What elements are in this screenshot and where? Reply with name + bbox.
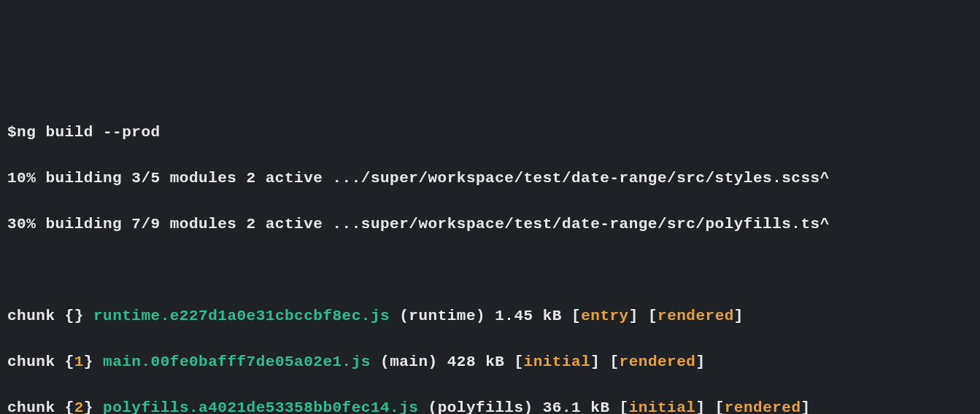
bracket-open: [ bbox=[514, 354, 523, 370]
chunk-file: runtime.e227d1a0e31cbccbf8ec.js bbox=[93, 308, 390, 324]
chunk-prefix: chunk bbox=[7, 354, 65, 370]
chunk-index: 1 bbox=[74, 354, 84, 370]
space bbox=[638, 308, 648, 324]
brace-open: { bbox=[65, 399, 74, 415]
space bbox=[600, 354, 609, 370]
chunk-line: chunk {1} main.00fe0bafff7de05a02e1.js (… bbox=[7, 351, 973, 374]
chunk-flag: rendered bbox=[657, 308, 734, 324]
blank-line bbox=[7, 259, 973, 282]
chunk-meta: (polyfills) 36.1 kB bbox=[418, 399, 619, 415]
bracket-open: [ bbox=[571, 308, 581, 324]
chunk-flag: entry bbox=[581, 308, 629, 324]
bracket-close: ] bbox=[695, 399, 705, 415]
brace-close: } bbox=[84, 399, 93, 415]
terminal-output: $ng build --prod 10% building 3/5 module… bbox=[7, 98, 973, 414]
space bbox=[84, 308, 93, 324]
bracket-close: ] bbox=[590, 354, 600, 370]
chunk-meta: (main) 428 kB bbox=[371, 354, 514, 370]
brace-open: { bbox=[65, 308, 74, 324]
progress-text: 30% building 7/9 modules 2 active ...sup… bbox=[7, 216, 830, 233]
progress-text: 10% building 3/5 modules 2 active .../su… bbox=[7, 170, 830, 187]
chunk-flag: rendered bbox=[620, 354, 696, 370]
progress-line: 10% building 3/5 modules 2 active .../su… bbox=[7, 167, 973, 190]
bracket-close: ] bbox=[629, 308, 638, 324]
chunk-meta: (runtime) 1.45 kB bbox=[390, 308, 571, 324]
space bbox=[93, 399, 103, 415]
command-line: $ng build --prod bbox=[7, 121, 973, 144]
bracket-open: [ bbox=[648, 308, 657, 324]
chunk-flag: initial bbox=[524, 354, 591, 370]
chunk-flag: initial bbox=[629, 399, 696, 415]
space bbox=[93, 354, 103, 370]
chunk-file: polyfills.a4021de53358bb0fec14.js bbox=[103, 399, 418, 415]
chunk-prefix: chunk bbox=[7, 399, 65, 415]
bracket-close: ] bbox=[801, 399, 811, 415]
command-text: $ng build --prod bbox=[7, 124, 161, 141]
bracket-close: ] bbox=[695, 354, 705, 370]
bracket-open: [ bbox=[715, 399, 725, 415]
chunk-line: chunk {} runtime.e227d1a0e31cbccbf8ec.js… bbox=[7, 305, 973, 328]
space bbox=[706, 399, 715, 415]
chunk-file: main.00fe0bafff7de05a02e1.js bbox=[103, 354, 371, 370]
chunk-flag: rendered bbox=[725, 399, 801, 415]
brace-open: { bbox=[65, 354, 74, 370]
bracket-close: ] bbox=[734, 308, 744, 324]
brace-close: } bbox=[84, 354, 93, 370]
chunk-line: chunk {2} polyfills.a4021de53358bb0fec14… bbox=[7, 397, 973, 415]
brace-close: } bbox=[74, 308, 84, 324]
progress-line: 30% building 7/9 modules 2 active ...sup… bbox=[7, 213, 973, 236]
bracket-open: [ bbox=[620, 399, 629, 415]
bracket-open: [ bbox=[610, 354, 620, 370]
chunk-index: 2 bbox=[74, 399, 84, 415]
chunk-prefix: chunk bbox=[7, 308, 65, 324]
